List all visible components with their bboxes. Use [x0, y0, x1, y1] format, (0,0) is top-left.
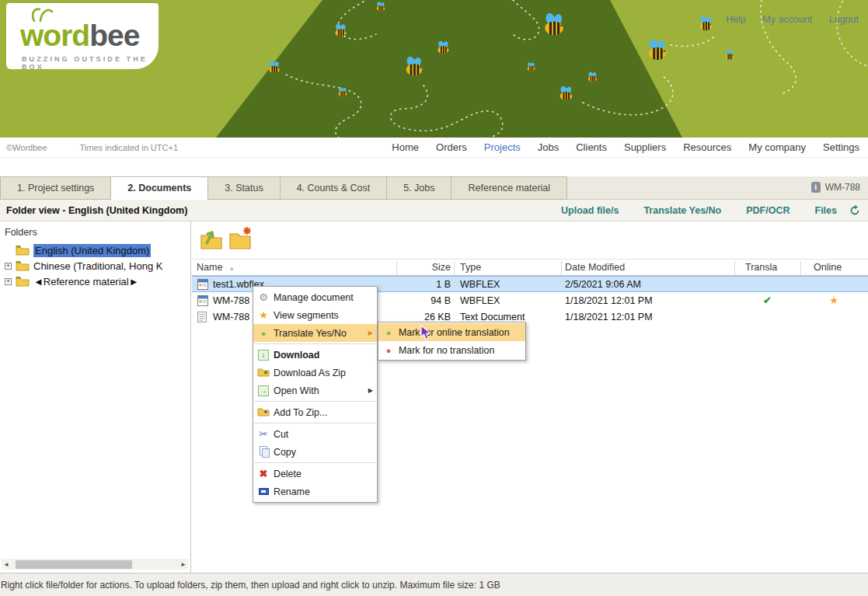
online-star-icon: ★: [800, 295, 867, 306]
menu-item-add-to-zip[interactable]: Add To Zip...: [253, 403, 377, 421]
menu-item-translate-yesno[interactable]: ● Translate Yes/No ▶: [253, 324, 377, 342]
folder-view-bar: Folder view - English (United Kingdom) U…: [0, 200, 868, 221]
tree-item-label[interactable]: English (United Kingdom): [33, 244, 151, 257]
tree-expander-icon[interactable]: +: [5, 263, 12, 270]
file-date-modified: 2/5/2021 9:06 AM: [565, 279, 641, 290]
file-name: WM-788: [213, 295, 249, 306]
logout-link[interactable]: Logout: [829, 14, 859, 25]
green-dot-icon: ●: [378, 328, 399, 337]
scroll-right-icon[interactable]: ►: [179, 561, 188, 568]
folder-icon: [16, 245, 30, 256]
files-link[interactable]: Files: [815, 205, 838, 216]
copyright-label: ©Wordbee: [6, 143, 47, 152]
delete-x-icon: ✖: [253, 468, 274, 479]
menu-separator: [254, 401, 376, 402]
column-header-size[interactable]: Size: [350, 262, 451, 273]
column-header-date-modified[interactable]: Date Modified: [565, 262, 625, 273]
logo-text: wordbee: [20, 19, 139, 53]
tab-jobs[interactable]: 5. Jobs: [387, 176, 451, 200]
menu-item-delete[interactable]: ✖ Delete: [253, 465, 377, 483]
status-text: Right click file/folder for actions. To …: [1, 580, 500, 591]
tab-reference-material[interactable]: Reference material: [451, 176, 567, 200]
tab-documents[interactable]: 2. Documents: [111, 176, 208, 200]
translate-check-icon: ✔: [734, 295, 800, 306]
logo-antennae-icon: [28, 6, 54, 22]
nav-item-suppliers[interactable]: Suppliers: [615, 141, 675, 153]
main-nav: Home Orders Projects Jobs Clients Suppli…: [383, 141, 868, 153]
folders-panel-title: Folders: [0, 221, 190, 242]
wordbee-logo: wordbee BUZZING OUTSIDE THE BOX: [6, 3, 159, 69]
wbflex-file-icon: [197, 279, 208, 290]
scroll-left-icon[interactable]: ◄: [2, 561, 11, 568]
column-header-type[interactable]: Type: [460, 262, 481, 273]
menu-item-view-segments[interactable]: ★ View segments: [253, 306, 377, 324]
file-toolbar: [192, 221, 868, 259]
file-type: WBFLEX: [460, 295, 500, 306]
tree-item-english-uk[interactable]: English (United Kingdom): [0, 242, 190, 258]
status-bar: Right click file/folder for actions. To …: [0, 573, 868, 596]
file-type: WBFLEX: [460, 279, 500, 290]
nav-item-jobs[interactable]: Jobs: [529, 141, 567, 153]
menu-item-download-as-zip[interactable]: Download As Zip: [253, 364, 377, 382]
content-area: Folders English (United Kingdom) + Chine…: [0, 221, 868, 573]
banner-links: Help My account Logout: [712, 14, 859, 25]
horizontal-scrollbar[interactable]: ◄ ►: [2, 559, 188, 570]
nav-item-home[interactable]: Home: [383, 141, 427, 153]
submenu-item-mark-no-translation[interactable]: ● Mark for no translation: [378, 341, 525, 359]
new-folder-icon[interactable]: [228, 226, 253, 251]
my-account-link[interactable]: My account: [762, 14, 812, 25]
tree-item-label[interactable]: Chinese (Traditional, Hong K: [33, 260, 162, 272]
menu-item-cut[interactable]: ✂ Cut: [253, 425, 377, 443]
tree-expander-icon[interactable]: +: [5, 278, 12, 285]
nav-item-projects[interactable]: Projects: [476, 141, 529, 153]
tree-item-reference-material[interactable]: + ◄Reference material►: [0, 274, 190, 289]
gear-icon: ⚙: [253, 291, 274, 303]
menu-item-copy[interactable]: Copy: [253, 443, 377, 461]
mouse-cursor: [420, 325, 433, 340]
column-header-name[interactable]: Name▲: [197, 262, 235, 273]
file-table-header: Name▲ Size Type Date Modified Transla On…: [192, 259, 868, 276]
tab-project-settings[interactable]: 1. Project settings: [0, 176, 111, 200]
nav-item-my-company[interactable]: My company: [740, 141, 814, 153]
scissors-icon: ✂: [253, 428, 274, 440]
zip-folder-icon: [253, 367, 274, 379]
red-dot-icon: ●: [378, 346, 399, 355]
help-link[interactable]: Help: [726, 14, 746, 25]
menu-item-open-with[interactable]: → Open With ▶: [253, 382, 377, 399]
sort-ascending-icon: ▲: [228, 265, 235, 272]
pdf-ocr-link[interactable]: PDF/OCR: [746, 205, 790, 216]
tab-status[interactable]: 3. Status: [208, 176, 280, 200]
column-header-transla[interactable]: Transla: [745, 262, 777, 273]
upload-files-link[interactable]: Upload file/s: [561, 205, 619, 216]
scrollbar-thumb[interactable]: [16, 560, 132, 569]
submenu-arrow-icon: ▶: [368, 387, 373, 394]
submenu-item-mark-online-translation[interactable]: ● Mark for online translation: [378, 323, 525, 341]
timezone-note: Times indicated in UTC+1: [80, 143, 178, 152]
add-zip-icon: [253, 406, 274, 419]
column-header-online[interactable]: Online: [814, 262, 842, 273]
tree-item-chinese[interactable]: + Chinese (Traditional, Hong K: [0, 258, 190, 274]
nav-item-resources[interactable]: Resources: [675, 141, 740, 153]
context-menu: ⚙ Manage document ★ View segments ● Tran…: [253, 286, 378, 503]
green-dot-icon: ●: [253, 329, 274, 338]
download-icon: ↓: [253, 349, 274, 361]
nav-item-orders[interactable]: Orders: [427, 141, 476, 153]
folder-view-actions: Upload file/s Translate Yes/No PDF/OCR F…: [536, 205, 868, 216]
rename-icon: [253, 486, 274, 497]
tree-item-label[interactable]: ◄Reference material►: [33, 276, 139, 288]
file-type: Text Document: [460, 312, 525, 322]
star-icon: ★: [253, 309, 274, 321]
top-bar: ©Wordbee Times indicated in UTC+1 Home O…: [0, 138, 868, 158]
nav-item-settings[interactable]: Settings: [814, 141, 868, 153]
menu-item-rename[interactable]: Rename: [253, 483, 377, 500]
submenu-arrow-icon: ▶: [368, 329, 373, 336]
open-with-icon: →: [253, 385, 274, 396]
translate-yesno-link[interactable]: Translate Yes/No: [643, 205, 721, 216]
project-reference: i WM-788: [811, 182, 860, 193]
nav-item-clients[interactable]: Clients: [567, 141, 615, 153]
menu-item-manage-document[interactable]: ⚙ Manage document: [253, 288, 377, 306]
upload-folder-icon[interactable]: [199, 226, 224, 251]
refresh-icon[interactable]: [849, 205, 860, 216]
menu-item-download[interactable]: ↓ Download: [253, 346, 377, 364]
tab-counts-cost[interactable]: 4. Counts & Cost: [281, 176, 388, 200]
